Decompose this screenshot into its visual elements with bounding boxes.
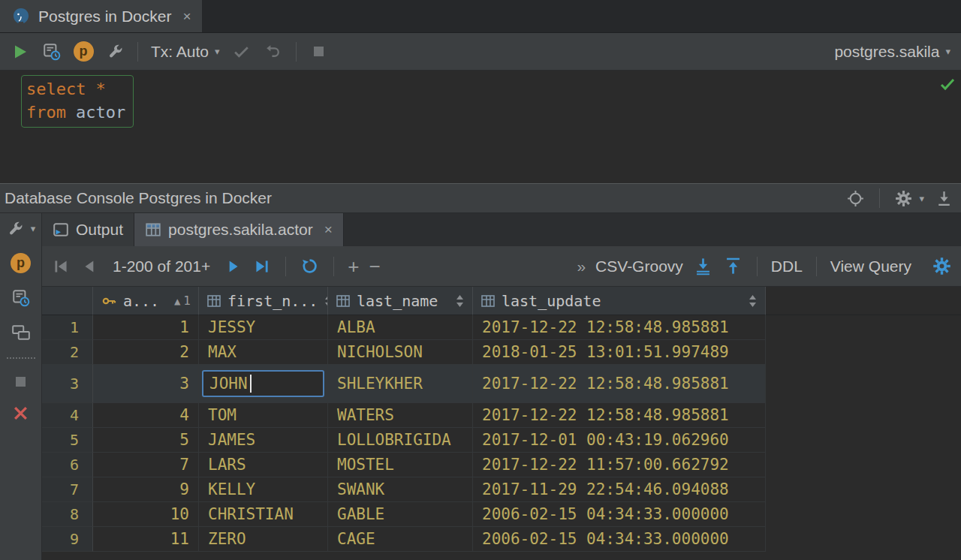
last-page-button[interactable] — [252, 257, 272, 276]
cell-first-name[interactable]: JESSY — [199, 315, 328, 340]
cell-last-update[interactable]: 2017-12-01 00:43:19.062960 — [473, 428, 766, 453]
reload-button[interactable] — [300, 256, 320, 276]
table-row[interactable]: 8 10 CHRISTIAN GABLE 2006-02-15 04:34:33… — [42, 502, 961, 527]
cell-editor[interactable]: JOHN — [202, 370, 324, 397]
datasource-selector[interactable]: postgres.sakila ▾ — [831, 43, 953, 61]
cell-last-update[interactable]: 2018-01-25 13:01:51.997489 — [473, 340, 766, 365]
cell-last-name[interactable]: MOSTEL — [328, 453, 473, 477]
column-header-first-name[interactable]: first_n... — [199, 287, 328, 315]
run-button[interactable] — [8, 39, 33, 65]
rollback-button[interactable] — [261, 39, 286, 65]
cell-actor-id[interactable]: 11 — [93, 527, 199, 552]
column-header-last-update[interactable]: last_update — [473, 287, 766, 315]
commit-button[interactable] — [229, 39, 255, 65]
postgres-session-badge[interactable]: p — [71, 39, 96, 65]
table-row[interactable]: 9 11 ZERO CAGE 2006-02-15 04:34:33.00000… — [42, 527, 961, 552]
cell-last-name[interactable]: CAGE — [328, 527, 473, 552]
cell-last-name[interactable]: GABLE — [328, 502, 473, 527]
postgres-session-badge[interactable]: p — [11, 253, 31, 273]
row-number-cell[interactable]: 1 — [42, 315, 93, 340]
locate-icon[interactable] — [846, 189, 865, 208]
cell-editor[interactable]: TOM — [208, 406, 236, 424]
cell-first-name[interactable]: CHRISTIAN — [199, 502, 328, 527]
tab-output[interactable]: Output — [42, 213, 134, 246]
scroll-to-end-icon[interactable] — [935, 189, 953, 208]
cell-actor-id[interactable]: 1 — [93, 315, 199, 340]
column-header-last-name[interactable]: last_name — [328, 287, 473, 315]
cell-first-name[interactable]: TOM — [199, 403, 328, 428]
export-data-button[interactable] — [693, 256, 713, 276]
next-page-button[interactable] — [223, 257, 243, 276]
cell-editor[interactable]: KELLY — [208, 480, 255, 498]
row-number-cell[interactable]: 7 — [42, 477, 93, 502]
cell-actor-id[interactable]: 9 — [93, 477, 199, 502]
cell-last-name[interactable]: NICHOLSON — [328, 340, 473, 365]
table-row[interactable]: 5 5 JAMES LOLLOBRIGIDA 2017-12-01 00:43:… — [42, 428, 961, 453]
previous-page-button[interactable] — [80, 257, 100, 276]
cell-last-name[interactable]: ALBA — [328, 315, 473, 340]
stop-button[interactable] — [306, 39, 332, 65]
export-format-selector[interactable]: CSV-Groovy — [595, 257, 683, 275]
close-icon[interactable]: × — [324, 221, 333, 238]
row-number-cell[interactable]: 3 — [42, 365, 93, 403]
ddl-button[interactable]: DDL — [771, 257, 803, 275]
stop-icon[interactable] — [13, 374, 29, 390]
cell-last-update[interactable]: 2017-12-22 12:58:48.985881 — [473, 403, 766, 428]
cell-editor[interactable]: ZERO — [208, 530, 246, 548]
query-history-icon[interactable] — [11, 288, 31, 308]
sql-editor[interactable]: select * from actor — [0, 71, 961, 183]
cell-last-update[interactable]: 2017-11-29 22:54:46.094088 — [473, 477, 766, 502]
row-number-cell[interactable]: 8 — [42, 502, 93, 527]
row-number-cell[interactable]: 2 — [42, 340, 93, 365]
first-page-button[interactable] — [51, 257, 71, 276]
panel-settings-gear-icon[interactable]: ▾ — [894, 189, 924, 208]
import-data-button[interactable] — [723, 256, 743, 276]
cell-actor-id[interactable]: 7 — [93, 453, 199, 477]
cell-last-name[interactable]: SWANK — [328, 477, 473, 502]
table-row[interactable]: 4 4 TOM WATERS 2017-12-22 12:58:48.98588… — [42, 403, 961, 428]
cell-actor-id[interactable]: 2 — [93, 340, 199, 365]
cell-first-name[interactable]: JAMES — [199, 428, 328, 453]
cell-last-update[interactable]: 2017-12-22 12:58:48.985881 — [473, 365, 766, 403]
cell-editor[interactable]: LARS — [208, 456, 246, 474]
cell-last-name[interactable]: SHLEYKHER — [328, 365, 473, 403]
row-number-cell[interactable]: 6 — [42, 453, 93, 477]
cell-actor-id[interactable]: 4 — [93, 403, 199, 428]
row-number-cell[interactable]: 5 — [42, 428, 93, 453]
cell-first-name[interactable]: JOHN — [199, 365, 328, 403]
cell-first-name[interactable]: LARS — [199, 453, 328, 477]
table-row[interactable]: 7 9 KELLY SWANK 2017-11-29 22:54:46.0940… — [42, 477, 961, 502]
settings-wrench-icon[interactable] — [102, 39, 128, 65]
add-row-button[interactable]: + — [348, 257, 359, 276]
tx-mode-dropdown[interactable]: Tx: Auto ▾ — [148, 43, 223, 61]
close-console-icon[interactable] — [12, 405, 29, 422]
cell-last-update[interactable]: 2017-12-22 11:57:00.662792 — [473, 453, 766, 477]
cell-actor-id[interactable]: 10 — [93, 502, 199, 527]
editor-tab-postgres-in-docker[interactable]: Postgres in Docker × — [0, 0, 202, 32]
editor-layout-icon[interactable] — [11, 323, 31, 342]
row-number-cell[interactable]: 4 — [42, 403, 93, 428]
cell-first-name[interactable]: ZERO — [199, 527, 328, 552]
table-row[interactable]: 6 7 LARS MOSTEL 2017-12-22 11:57:00.6627… — [42, 453, 961, 477]
cell-last-update[interactable]: 2006-02-15 04:34:33.000000 — [473, 502, 766, 527]
cell-last-name[interactable]: LOLLOBRIGIDA — [328, 428, 473, 453]
tab-result-grid[interactable]: postgres.sakila.actor × — [134, 213, 344, 246]
cell-editor[interactable]: CHRISTIAN — [208, 505, 294, 523]
cell-first-name[interactable]: KELLY — [199, 477, 328, 502]
cell-editor[interactable]: JESSY — [208, 318, 255, 336]
table-row[interactable]: 2 2 MAX NICHOLSON 2018-01-25 13:01:51.99… — [42, 340, 961, 365]
cell-actor-id[interactable]: 3 — [93, 365, 199, 403]
cell-last-update[interactable]: 2006-02-15 04:34:33.000000 — [473, 527, 766, 552]
close-icon[interactable]: × — [182, 8, 191, 25]
table-row[interactable]: 3 3 JOHN SHLEYKHER 2017-12-22 12:58:48.9… — [42, 365, 961, 403]
cell-last-update[interactable]: 2017-12-22 12:58:48.985881 — [473, 315, 766, 340]
cell-first-name[interactable]: MAX — [199, 340, 328, 365]
column-header-actor-id[interactable]: a... ▲ 1 — [93, 287, 199, 315]
overflow-chevrons-icon[interactable]: » — [577, 258, 586, 274]
sort-toggle-icon[interactable] — [455, 294, 465, 309]
services-wrench-icon[interactable]: ▾ — [6, 219, 36, 238]
grid-settings-gear-icon[interactable] — [932, 256, 952, 276]
delete-row-button[interactable]: − — [369, 257, 380, 276]
view-query-button[interactable]: View Query — [830, 257, 911, 275]
cell-editor[interactable]: MAX — [208, 343, 236, 361]
